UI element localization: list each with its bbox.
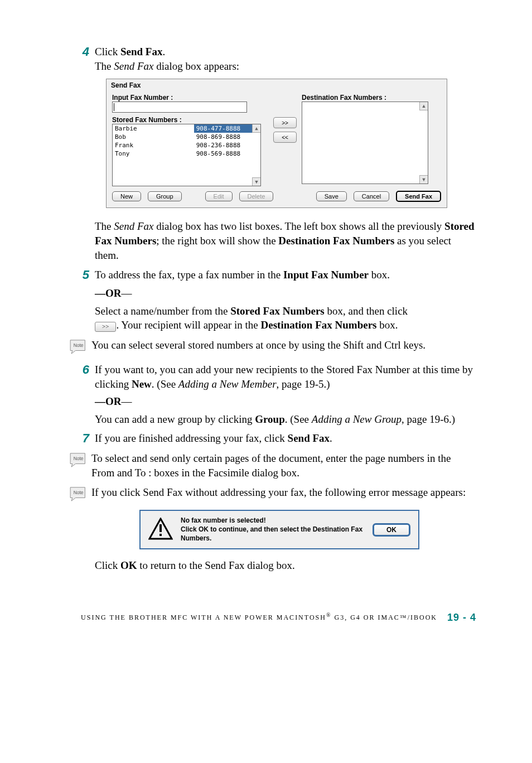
note-text: To select and send only certain pages of… xyxy=(91,451,476,480)
note-icon: Note xyxy=(69,451,88,470)
footer-text: USING THE BROTHER MFC WITH A NEW POWER M… xyxy=(81,612,437,624)
save-button[interactable]: Save xyxy=(316,191,347,201)
input-fax-number-field[interactable] xyxy=(112,102,247,113)
t: , page 19-6.) xyxy=(402,413,455,425)
t: Destination Fax Numbers xyxy=(278,235,394,247)
move-left-button[interactable]: << xyxy=(273,132,297,143)
t: Send Fax xyxy=(120,46,163,57)
group-button[interactable]: Group xyxy=(148,191,182,201)
t: ; the right box will show the xyxy=(156,235,278,247)
list-item[interactable]: Barbie xyxy=(113,124,194,133)
scroll-down-icon[interactable]: ▼ xyxy=(419,175,428,183)
t: G3, G4 OR IMAC™/IBOOK xyxy=(332,614,437,621)
t: The xyxy=(95,220,114,232)
dest-fax-label: Destination Fax Numbers : xyxy=(302,94,386,102)
t: No fax number is selected! xyxy=(181,516,365,525)
destination-fax-list[interactable]: ▲ ▼ xyxy=(302,102,428,184)
warning-icon xyxy=(148,518,173,542)
t: Adding a New Group xyxy=(312,413,402,425)
paragraph: Select a name/number from the Stored Fax… xyxy=(95,304,476,332)
delete-button[interactable]: Delete xyxy=(239,191,274,201)
dialog-title: Send Fax xyxy=(107,79,447,91)
page-footer: USING THE BROTHER MFC WITH A NEW POWER M… xyxy=(72,612,476,624)
t: Click xyxy=(95,46,120,57)
note-icon: Note xyxy=(69,338,88,357)
page-number: 19 - 4 xyxy=(447,612,476,624)
or-text: ——OR—OR xyxy=(95,287,122,299)
svg-text:Note: Note xyxy=(74,490,84,495)
step4-body: Click Send Fax. The Send Fax dialog box … xyxy=(95,45,476,73)
scroll-up-icon[interactable]: ▲ xyxy=(419,102,428,110)
note-text: If you click Send Fax without addressing… xyxy=(91,485,476,500)
t: USING THE BROTHER MFC WITH A NEW POWER M… xyxy=(81,614,326,621)
t: . (See xyxy=(152,378,178,390)
svg-rect-4 xyxy=(159,534,162,536)
error-dialog: No fax number is selected! Click OK to c… xyxy=(139,510,419,549)
t: , page 19-5.) xyxy=(277,378,330,390)
t: Click OK to continue, and then select th… xyxy=(181,525,365,543)
list-item[interactable]: Bob xyxy=(113,133,194,141)
note-icon: Note xyxy=(69,485,88,504)
t: . (See xyxy=(285,413,312,425)
t: Stored Fax Numbers xyxy=(230,305,325,317)
t: box, and then click xyxy=(325,305,408,317)
t: OK xyxy=(120,559,137,571)
step-number-5: 5 xyxy=(72,268,95,282)
scroll-down-icon[interactable]: ▼ xyxy=(252,177,260,186)
ok-button[interactable]: OK xyxy=(373,523,410,537)
t: You can add a new group by clicking xyxy=(95,413,255,425)
paragraph: Click OK to return to the Send Fax dialo… xyxy=(95,558,476,573)
move-right-inline-button: >> xyxy=(95,322,116,332)
list-item[interactable]: Frank xyxy=(113,141,194,149)
list-item[interactable]: 908-869-8888 xyxy=(194,133,260,141)
t: Destination Fax Numbers xyxy=(261,319,377,331)
move-right-button[interactable]: >> xyxy=(273,117,297,128)
t: Click xyxy=(95,559,120,571)
t: . xyxy=(330,432,332,444)
t: To address the fax, type a fax number in… xyxy=(95,269,283,281)
t: The xyxy=(95,60,114,72)
paragraph: The Send Fax dialog box has two list box… xyxy=(95,219,476,262)
step5-body: To address the fax, type a fax number in… xyxy=(95,268,476,282)
new-button[interactable]: New xyxy=(112,191,141,201)
t: box. xyxy=(376,319,398,331)
scroll-up-icon[interactable]: ▲ xyxy=(252,124,260,133)
t: box. xyxy=(369,269,390,281)
list-item[interactable]: 908-236-8888 xyxy=(194,141,260,149)
step7-body: If you are finished addressing your fax,… xyxy=(95,431,476,446)
t: Send Fax xyxy=(114,60,153,72)
list-item[interactable]: Tony xyxy=(113,149,194,158)
note-text: You can select several stored numbers at… xyxy=(91,338,476,352)
step6-body: If you want to, you can add your new rec… xyxy=(95,363,476,391)
t: Select a name/number from the xyxy=(95,305,230,317)
stored-fax-list[interactable]: Barbie Bob Frank Tony 908-477-8888 908-8… xyxy=(112,124,261,186)
step-number-6: 6 xyxy=(72,363,95,377)
list-item[interactable]: 908-477-8888 xyxy=(194,124,260,133)
send-fax-dialog: Send Fax Input Fax Number : Destination … xyxy=(106,79,447,208)
stored-fax-label: Stored Fax Numbers : xyxy=(112,116,268,124)
t: Send Fax xyxy=(288,432,330,444)
svg-text:Note: Note xyxy=(74,342,84,348)
or-text: —OR xyxy=(95,395,122,407)
edit-button[interactable]: Edit xyxy=(205,191,233,201)
t: dialog box appears: xyxy=(154,60,240,72)
error-text: No fax number is selected! Click OK to c… xyxy=(181,516,365,543)
t: dialog box has two list boxes. The left … xyxy=(154,220,445,232)
t: to return to the Send Fax dialog box. xyxy=(137,559,294,571)
t: If you are finished addressing your fax,… xyxy=(95,432,288,444)
registered-icon: ® xyxy=(326,612,332,618)
t: Send Fax xyxy=(114,220,153,232)
list-item[interactable]: 908-569-8888 xyxy=(194,149,260,158)
t: Input Fax Number xyxy=(283,269,369,281)
t: . xyxy=(162,46,165,57)
cancel-button[interactable]: Cancel xyxy=(354,191,389,201)
input-fax-label: Input Fax Number : xyxy=(112,94,302,102)
step-number-7: 7 xyxy=(72,431,95,446)
t: Adding a New Member xyxy=(178,378,277,390)
t: Group xyxy=(255,413,285,425)
send-fax-button[interactable]: Send Fax xyxy=(396,191,441,202)
step-number-4: 4 xyxy=(72,45,95,59)
svg-rect-3 xyxy=(159,524,162,532)
t: New xyxy=(132,378,152,390)
paragraph: You can add a new group by clicking Grou… xyxy=(95,412,476,427)
